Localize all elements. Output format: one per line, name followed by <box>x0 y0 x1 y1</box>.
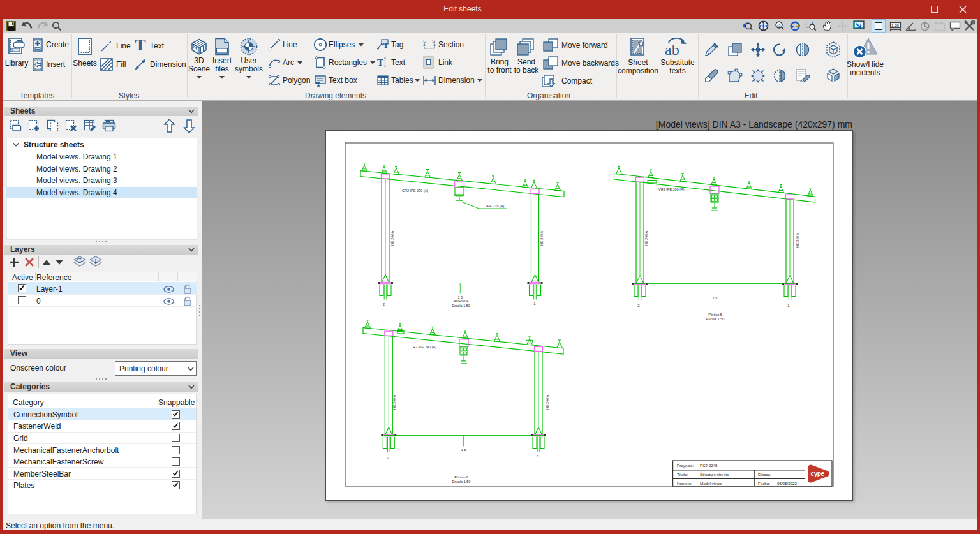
svg-text:1: 1 <box>533 302 536 306</box>
svg-text:VR2 IPE 300 (A): VR2 IPE 300 (A) <box>658 188 685 191</box>
svg-text:IPE 270 (A): IPE 270 (A) <box>486 204 505 208</box>
svg-text:05/05/2022: 05/05/2022 <box>777 481 798 486</box>
svg-text:1 5: 1 5 <box>713 296 718 300</box>
svg-text:Número:: Número: <box>677 481 692 486</box>
svg-text:S: S <box>432 38 435 44</box>
svg-text:Model views: Model views <box>700 481 722 486</box>
svg-text:R2 IPE 240 (A): R2 IPE 240 (A) <box>413 345 436 349</box>
svg-text:CR2 IPE 270 (A): CR2 IPE 270 (A) <box>402 189 428 193</box>
svg-text:HE 240 A: HE 240 A <box>546 394 549 410</box>
svg-text:2: 2 <box>383 302 385 306</box>
svg-text:T: T <box>377 57 383 68</box>
svg-text:S: S <box>423 38 426 44</box>
svg-text:T: T <box>383 40 389 50</box>
svg-text:Pórtico 5: Pórtico 5 <box>708 313 722 316</box>
svg-text:Asiento 4: Asiento 4 <box>454 299 468 303</box>
svg-text:2: 2 <box>637 304 640 308</box>
svg-text:2: 2 <box>387 456 389 460</box>
svg-text:Fecha:: Fecha: <box>758 481 770 486</box>
svg-text:HE 240 A: HE 240 A <box>796 232 799 248</box>
svg-text:1 5: 1 5 <box>461 448 466 452</box>
svg-text:Escala 1:50: Escala 1:50 <box>452 304 470 308</box>
svg-text:HE 240 A: HE 240 A <box>392 394 396 410</box>
svg-text:Proyecto:: Proyecto: <box>677 463 694 468</box>
svg-text:Escala 1:50: Escala 1:50 <box>706 317 725 321</box>
svg-text:1: 1 <box>537 454 539 458</box>
svg-text:Título:: Título: <box>677 472 688 477</box>
svg-text:cype: cype <box>811 470 825 477</box>
svg-text:x2: x2 <box>776 24 781 27</box>
svg-text:HE 240 A: HE 240 A <box>390 230 394 246</box>
svg-text:1 5: 1 5 <box>457 295 463 299</box>
svg-text:HE 240 A: HE 240 A <box>540 230 544 246</box>
svg-text:PC4 2248: PC4 2248 <box>700 463 718 468</box>
svg-text:1: 1 <box>787 304 790 308</box>
svg-text:Pórtico 6: Pórtico 6 <box>454 475 468 479</box>
svg-text:Escala 1:50: Escala 1:50 <box>452 480 471 484</box>
svg-text:ab: ab <box>665 41 679 57</box>
svg-text:HE 240 A: HE 240 A <box>644 230 648 246</box>
svg-text:Estado:: Estado: <box>758 472 771 477</box>
svg-text:1.00: 1.00 <box>891 23 900 27</box>
svg-text:Structure sheets: Structure sheets <box>700 472 729 477</box>
